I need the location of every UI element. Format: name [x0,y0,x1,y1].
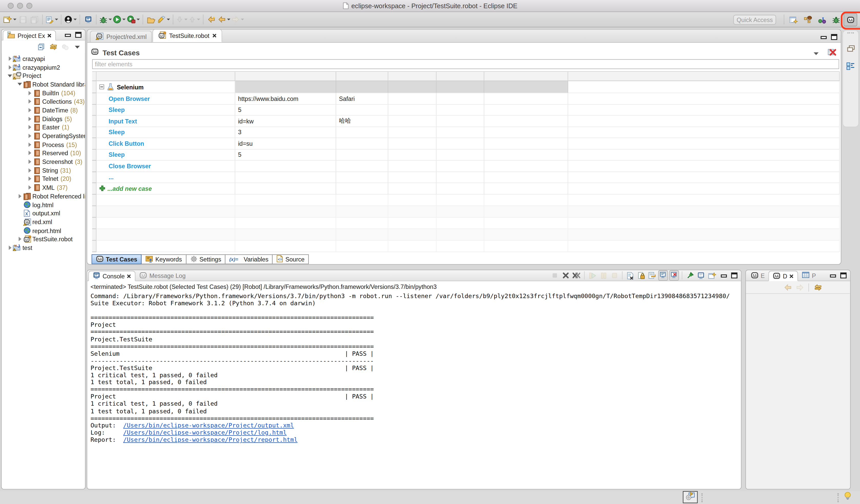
tree-item[interactable]: red.xml [2,218,85,226]
tree-item[interactable]: BuiltIn(104) [2,89,85,97]
quick-access-button[interactable]: Quick Access [733,15,776,25]
argument-cell[interactable] [235,172,336,183]
argument-cell[interactable] [437,172,484,183]
doc-tab-d[interactable]: D [769,271,798,281]
argument-cell[interactable] [388,127,436,138]
user-profile-icon[interactable] [64,13,77,25]
restore-views-icon[interactable] [847,44,855,54]
minimize-console-icon[interactable] [721,271,727,281]
word-wrap-icon[interactable] [647,270,657,281]
argument-cell[interactable] [388,138,436,149]
add-new-case-cell[interactable]: ...add new case [97,183,235,195]
remove-all-terminated-icon[interactable] [571,270,582,281]
argument-cell[interactable] [437,127,484,138]
close-icon[interactable] [790,274,794,278]
argument-cell[interactable]: Safari [336,93,388,104]
argument-cell[interactable]: 5 [235,104,336,116]
argument-cell[interactable] [388,116,436,127]
java-ee-perspective-icon[interactable] [801,13,815,26]
show-stderr-icon[interactable] [669,270,679,281]
argument-cell[interactable] [336,104,388,116]
expand-icon[interactable] [7,65,13,70]
editor-tab-project-red-xml[interactable]: Project/red.xml [90,31,152,42]
argument-cell[interactable] [484,93,568,104]
minimize-doc-icon[interactable] [830,271,836,281]
argument-cell[interactable] [388,149,436,161]
tree-item[interactable]: Robot Standard libraries [2,80,85,89]
minimize-window-button[interactable] [17,3,23,9]
tree-item[interactable]: Dialogs(5) [2,115,85,123]
argument-cell[interactable]: 哈哈 [336,116,388,127]
lightbulb-icon[interactable] [844,491,851,502]
tab-settings[interactable]: Settings [186,254,226,264]
expand-icon[interactable] [7,56,13,61]
tree-item[interactable]: report.html [2,226,85,235]
debug-icon[interactable] [99,13,112,25]
expand-icon[interactable] [7,246,13,250]
tree-item[interactable]: Robot Referenced libraries [2,192,85,201]
expand-icon[interactable] [17,194,22,198]
argument-cell[interactable] [336,138,388,149]
expand-icon[interactable] [27,91,32,95]
filter-input[interactable] [92,59,839,69]
tree-item[interactable]: Telnet(20) [2,175,85,183]
link-editor-icon[interactable] [813,282,823,293]
last-edit-icon[interactable]: 13"> [206,13,217,25]
argument-cell[interactable] [235,161,336,172]
selected-cell[interactable] [235,81,336,93]
keyword-call-cell[interactable]: Sleep [97,127,235,138]
show-stdout-icon[interactable] [658,270,668,281]
argument-cell[interactable]: https://www.baidu.com [235,93,336,104]
argument-cell[interactable] [388,104,436,116]
expand-icon[interactable] [27,125,32,130]
console-file-link[interactable]: /Users/bin/eclipse-workspace/Project/log… [123,429,287,436]
expand-icon[interactable] [27,108,32,113]
argument-cell[interactable] [484,116,568,127]
tree-item[interactable]: Reserved(10) [2,149,85,158]
delete-marker-icon[interactable] [828,47,836,58]
tree-item[interactable]: Screenshot(3) [2,158,85,166]
argument-cell[interactable] [437,149,484,161]
argument-cell[interactable] [484,104,568,116]
tree-item[interactable]: TestSuite.robot [2,235,85,243]
close-icon[interactable] [47,33,52,38]
drag-handle[interactable] [847,32,854,36]
argument-cell[interactable] [484,149,568,161]
console-tab-message-log[interactable]: Message Log [135,270,189,281]
clear-console-icon[interactable] [625,270,635,281]
tree-item[interactable]: Xoutput.xml [2,209,85,218]
doc-tab-p[interactable]: P [798,270,820,281]
doc-tab-e[interactable]: E [747,270,769,281]
link-editor-icon[interactable] [48,42,58,52]
argument-cell[interactable] [336,127,388,138]
collapse-icon[interactable] [7,74,13,77]
tab-variables[interactable]: (x)=Variables [225,254,273,264]
argument-cell[interactable] [388,161,436,172]
minimize-editor-icon[interactable] [820,32,827,42]
selected-cell[interactable] [437,81,484,93]
selected-cell[interactable] [388,81,436,93]
argument-cell[interactable] [437,116,484,127]
open-task-icon[interactable] [46,13,58,25]
run-icon[interactable] [113,13,126,25]
search-icon[interactable] [157,13,170,25]
console-tab-console[interactable]: Console [88,271,136,281]
remove-launch-icon[interactable] [560,270,570,281]
console-file-link[interactable]: /Users/bin/eclipse-workspace/Project/out… [123,422,294,429]
tree-item[interactable]: DateTime(8) [2,106,85,115]
keyword-call-cell[interactable]: Open Browser [97,93,235,104]
expand-icon[interactable] [27,186,32,190]
selected-cell[interactable] [484,81,568,93]
expand-icon[interactable] [27,168,32,173]
test-case-name-cell[interactable]: Selenium [97,81,235,93]
tree-item[interactable]: log.html [2,201,85,209]
argument-cell[interactable] [336,149,388,161]
argument-cell[interactable] [388,93,436,104]
launch-status-button[interactable] [683,491,698,503]
argument-cell[interactable] [336,172,388,183]
collapse-all-icon[interactable] [36,42,46,52]
selected-cell[interactable] [336,81,388,93]
open-perspective-icon[interactable] [786,13,800,26]
tree-item[interactable]: OperatingSystem [2,132,85,140]
tree-item[interactable]: JMcrazyapi [2,54,85,63]
